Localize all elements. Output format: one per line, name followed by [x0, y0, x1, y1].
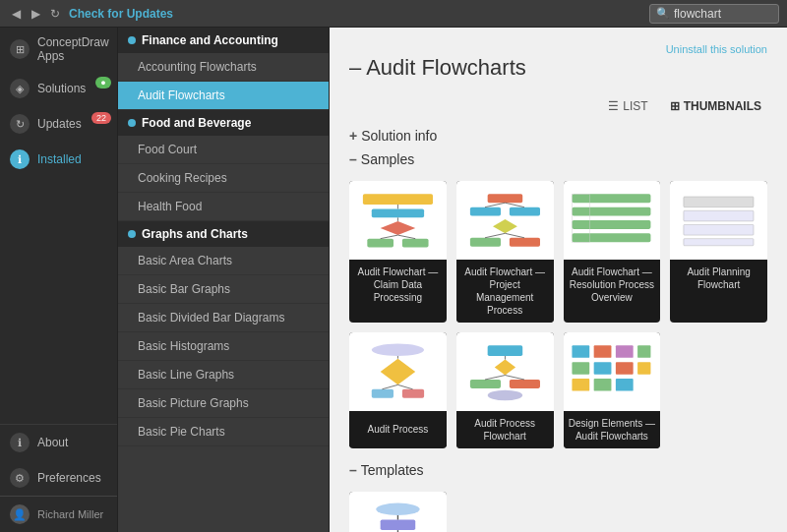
middle-item-cooking[interactable]: Cooking Recipes [118, 164, 329, 193]
templates-toggle: – [349, 462, 357, 478]
svg-point-54 [376, 503, 419, 515]
svg-rect-52 [638, 345, 651, 357]
svg-rect-38 [510, 380, 540, 388]
middle-item-divided-bar[interactable]: Basic Divided Bar Diagrams [118, 304, 329, 332]
template-card-1[interactable]: Audit Flowchart [349, 492, 447, 532]
svg-rect-20 [573, 207, 651, 216]
sidebar-item-about[interactable]: ℹ About [0, 425, 117, 460]
sample-card-3[interactable]: Audit Flowchart — Resolution Process Ove… [564, 181, 661, 323]
right-panel: Uninstall this solution – Audit Flowchar… [330, 28, 787, 532]
svg-rect-35 [487, 345, 522, 356]
uninstall-link[interactable]: Uninstall this solution [349, 43, 767, 55]
svg-rect-0 [363, 194, 433, 205]
sample-card-7[interactable]: Design Elements — Audit Flowcharts [564, 332, 661, 448]
apps-icon: ⊞ [10, 39, 30, 59]
sidebar-item-solutions[interactable]: ◈ Solutions ● [0, 71, 117, 106]
top-bar: ◀ ▶ ↻ Check for Updates 🔍 [0, 0, 787, 28]
svg-rect-4 [402, 239, 429, 248]
category-graphs[interactable]: Graphs and Charts [118, 221, 329, 247]
svg-line-7 [381, 235, 398, 239]
middle-item-pie-charts[interactable]: Basic Pie Charts [118, 418, 329, 446]
search-input[interactable] [674, 7, 772, 21]
svg-rect-37 [470, 380, 501, 388]
sidebar-label-preferences: Preferences [37, 471, 101, 485]
templates-label: Templates [361, 462, 424, 478]
category-dot-graphs [128, 230, 136, 238]
sidebar-item-preferences[interactable]: ⚙ Preferences [0, 460, 117, 496]
svg-rect-49 [616, 345, 634, 357]
samples-header[interactable]: – Samples [330, 148, 787, 171]
solution-info-label: Solution info [361, 128, 437, 144]
about-icon: ℹ [10, 433, 30, 452]
updates-badge: 22 [91, 112, 111, 124]
sidebar-item-updates[interactable]: ↻ Updates 22 [0, 106, 117, 142]
category-dot-food [128, 119, 136, 127]
svg-rect-55 [381, 519, 416, 530]
window-title: Check for Updates [69, 7, 643, 21]
solution-info-header[interactable]: + Solution info [330, 124, 787, 148]
svg-marker-12 [493, 219, 517, 233]
svg-rect-21 [573, 220, 651, 229]
middle-item-line-graphs[interactable]: Basic Line Graphs [118, 361, 329, 389]
sample-card-1[interactable]: Audit Flowchart — Claim Data Processing [349, 181, 447, 323]
category-finance-label: Finance and Accounting [142, 33, 278, 47]
search-box[interactable]: 🔍 [649, 4, 779, 24]
back-button[interactable]: ◀ [8, 6, 24, 22]
sidebar-label-about: About [37, 436, 68, 449]
sidebar-label-updates: Updates [37, 117, 82, 131]
sample-card-6[interactable]: Audit Process Flowchart [456, 332, 554, 448]
sample-label-3: Audit Flowchart — Resolution Process Ove… [564, 260, 661, 310]
list-view-button[interactable]: ☰ LIST [602, 96, 653, 116]
sample-label-5: Audit Process [349, 411, 447, 446]
middle-item-histograms[interactable]: Basic Histograms [118, 332, 329, 361]
svg-line-33 [382, 384, 397, 388]
sidebar-item-installed[interactable]: ℹ Installed [0, 142, 117, 177]
svg-rect-51 [616, 379, 634, 390]
sidebar-item-apps[interactable]: ⊞ ConceptDraw Apps [0, 28, 117, 71]
view-toggle: ☰ LIST ⊞ THUMBNAILS [330, 96, 787, 124]
middle-item-bar-graphs[interactable]: Basic Bar Graphs [118, 275, 329, 304]
svg-marker-2 [381, 221, 416, 235]
sample-img-7 [564, 332, 661, 411]
right-header: Uninstall this solution – Audit Flowchar… [330, 28, 787, 96]
template-img-1 [349, 492, 447, 532]
sidebar-label-installed: Installed [37, 152, 82, 166]
solutions-icon: ◈ [10, 79, 30, 98]
svg-rect-9 [487, 194, 522, 203]
sample-card-2[interactable]: Audit Flowchart — Project Management Pro… [456, 181, 554, 323]
forward-button[interactable]: ▶ [28, 6, 43, 22]
middle-item-picture-graphs[interactable]: Basic Picture Graphs [118, 389, 329, 418]
installed-icon: ℹ [10, 149, 30, 169]
middle-item-audit[interactable]: Audit Flowcharts [118, 82, 329, 110]
category-food-label: Food and Beverage [142, 116, 251, 130]
middle-item-area-charts[interactable]: Basic Area Charts [118, 247, 329, 275]
middle-item-accounting[interactable]: Accounting Flowcharts [118, 53, 329, 82]
svg-marker-36 [494, 360, 515, 376]
svg-rect-1 [372, 208, 424, 217]
sample-card-5[interactable]: Audit Process [349, 332, 447, 448]
svg-rect-46 [594, 345, 612, 357]
category-food[interactable]: Food and Beverage [118, 110, 329, 136]
middle-item-food-court[interactable]: Food Court [118, 136, 329, 164]
svg-rect-11 [510, 207, 540, 216]
thumbnails-view-button[interactable]: ⊞ THUMBNAILS [664, 96, 767, 116]
sample-card-4[interactable]: Audit Planning Flowchart [670, 181, 767, 323]
sample-img-5 [349, 332, 447, 411]
refresh-button[interactable]: ↻ [47, 6, 63, 22]
svg-line-16 [505, 203, 524, 207]
category-finance[interactable]: Finance and Accounting [118, 28, 329, 53]
samples-toggle: – [349, 151, 357, 167]
svg-line-18 [505, 233, 524, 237]
middle-item-health-food[interactable]: Health Food [118, 193, 329, 221]
solution-info-toggle: + [349, 128, 357, 144]
svg-rect-19 [573, 194, 651, 203]
svg-rect-22 [573, 233, 651, 242]
page-title: – Audit Flowcharts [349, 55, 767, 81]
svg-line-42 [505, 376, 524, 380]
category-dot [128, 36, 136, 44]
svg-line-34 [397, 384, 412, 388]
svg-line-15 [485, 203, 505, 207]
svg-rect-26 [684, 224, 754, 235]
templates-header[interactable]: – Templates [330, 458, 787, 482]
svg-rect-30 [372, 389, 394, 398]
